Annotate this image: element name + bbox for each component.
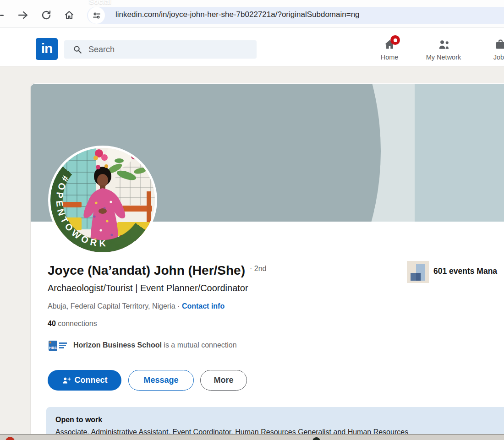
- linkedin-logo[interactable]: in: [36, 38, 58, 60]
- linkedin-navbar: in Home: [0, 27, 504, 66]
- profile-photo[interactable]: #OPENTOWORK: [48, 146, 157, 255]
- svg-text:#OPENTOWORK: #OPENTOWORK: [54, 174, 109, 248]
- connection-degree: · 2nd: [250, 265, 266, 272]
- browser-toolbar: linkedin.com/in/joyce-john-her-she-7b022…: [0, 0, 504, 27]
- location-row: Abuja, Federal Capital Territory, Nigeri…: [48, 302, 225, 310]
- notification-badge: [390, 35, 400, 45]
- message-button[interactable]: Message: [128, 370, 194, 391]
- nav-item-home[interactable]: Home: [364, 38, 415, 61]
- url-text[interactable]: linkedin.com/in/joyce-john-her-she-7b022…: [115, 0, 360, 27]
- profile-location: Abuja, Federal Capital Territory, Nigeri…: [48, 302, 175, 310]
- connections-count[interactable]: 40 connections: [48, 320, 97, 328]
- open-to-work-ring-text: #OPENTOWORK: [50, 148, 155, 252]
- connect-button[interactable]: Connect: [48, 370, 121, 391]
- record-dot-icon: [5, 437, 15, 440]
- nav-label-home: Home: [364, 54, 415, 61]
- location-separator: ·: [177, 302, 180, 310]
- forward-icon[interactable]: [17, 9, 29, 21]
- search-input[interactable]: [88, 45, 240, 54]
- search-box[interactable]: [64, 40, 257, 59]
- search-icon: [73, 45, 82, 54]
- browser-home-icon[interactable]: [64, 10, 75, 21]
- company-logo[interactable]: [407, 261, 429, 283]
- my-network-icon: [437, 38, 451, 51]
- profile-headline: Archaeologist/Tourist | Event Planner/Co…: [48, 283, 248, 293]
- jobs-icon: [494, 38, 504, 51]
- mutual-connection-logo: HBS: [48, 341, 69, 352]
- nav-item-jobs[interactable]: Jobs: [475, 38, 504, 61]
- nav-label-my-network: My Network: [418, 54, 469, 61]
- bottom-bar: [0, 434, 504, 440]
- reload-icon[interactable]: [41, 10, 52, 21]
- site-settings-button[interactable]: [88, 7, 105, 24]
- person-add-icon: [62, 376, 71, 385]
- dark-dot-icon: [312, 437, 320, 440]
- company-name[interactable]: 601 events Mana: [433, 266, 497, 276]
- nav-item-my-network[interactable]: My Network: [418, 38, 469, 61]
- profile-name: Joyce (Na’andat) John (Her/She)· 2nd: [48, 263, 266, 278]
- mutual-connection-text: Horizon Business School is a mutual conn…: [73, 341, 237, 349]
- back-icon[interactable]: [0, 15, 4, 16]
- hbs-shield-icon: HBS: [49, 341, 57, 351]
- contact-info-link[interactable]: Contact info: [182, 302, 225, 310]
- social-overlay-text: Social: [89, 0, 111, 6]
- tune-icon: [93, 12, 101, 19]
- more-button[interactable]: More: [200, 370, 247, 391]
- nav-label-jobs: Jobs: [475, 54, 504, 61]
- open-to-work-title: Open to work: [55, 416, 102, 424]
- screen: linkedin.com/in/joyce-john-her-she-7b022…: [0, 0, 504, 440]
